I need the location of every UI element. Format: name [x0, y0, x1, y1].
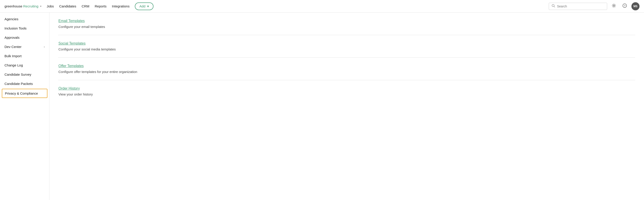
social-templates-link[interactable]: Social Templates — [58, 41, 86, 46]
sidebar-item-dev-center[interactable]: Dev Center › — [0, 42, 49, 51]
sidebar-item-approvals[interactable]: Approvals — [0, 33, 49, 42]
order-history-description: View your order history — [58, 92, 635, 96]
search-input[interactable] — [557, 5, 604, 8]
sidebar-item-label: Change Log — [4, 63, 23, 67]
nav-right: ? MS — [549, 2, 640, 10]
nav-integrations[interactable]: Integrations — [112, 4, 130, 8]
social-templates-description: Configure your social media templates — [58, 47, 635, 51]
sidebar-item-label: Approvals — [4, 36, 20, 39]
logo-greenhouse: greenhouse — [4, 4, 22, 8]
add-label: Add — [139, 4, 146, 8]
main-nav-links: Jobs Candidates CRM Reports Integrations — [47, 4, 130, 8]
search-bar[interactable] — [549, 3, 607, 10]
offer-templates-description: Configure offer templates for your entir… — [58, 70, 635, 74]
avatar-initials: MS — [634, 5, 638, 8]
sidebar-item-label: Candidate Packets — [4, 82, 33, 85]
settings-icon — [612, 3, 616, 9]
sidebar-item-agencies[interactable]: Agencies — [0, 15, 49, 24]
main-content: Email Templates Configure your email tem… — [50, 13, 644, 200]
email-templates-link[interactable]: Email Templates — [58, 19, 85, 23]
email-templates-description: Configure your email templates — [58, 25, 635, 29]
sidebar-item-change-log[interactable]: Change Log — [0, 61, 49, 70]
email-templates-section: Email Templates Configure your email tem… — [58, 13, 635, 35]
sidebar-item-bulk-import[interactable]: Bulk Import — [0, 51, 49, 61]
sidebar-item-label: Privacy & Compliance — [5, 91, 38, 95]
sidebar-item-label: Bulk Import — [4, 54, 22, 58]
sidebar-item-privacy-compliance[interactable]: Privacy & Compliance — [2, 89, 48, 98]
sidebar: Agencies Inclusion Tools Approvals Dev C… — [0, 13, 50, 200]
top-nav: greenhouse Recruiting ▾ Jobs Candidates … — [0, 0, 644, 13]
logo-chevron-icon: ▾ — [40, 5, 41, 8]
nav-candidates[interactable]: Candidates — [59, 4, 76, 8]
svg-point-2 — [613, 5, 614, 6]
settings-button[interactable] — [610, 2, 618, 10]
svg-line-1 — [554, 6, 555, 7]
user-avatar-button[interactable]: MS — [632, 2, 640, 10]
offer-templates-link[interactable]: Offer Templates — [58, 64, 84, 68]
search-icon — [552, 4, 555, 9]
add-chevron-icon: ▾ — [147, 4, 149, 8]
social-templates-section: Social Templates Configure your social m… — [58, 35, 635, 58]
add-button[interactable]: Add ▾ — [135, 3, 154, 10]
order-history-section: Order History View your order history — [58, 80, 635, 103]
sidebar-item-inclusion-tools[interactable]: Inclusion Tools — [0, 24, 49, 33]
logo[interactable]: greenhouse Recruiting ▾ — [4, 4, 41, 8]
nav-crm[interactable]: CRM — [82, 4, 89, 8]
order-history-link[interactable]: Order History — [58, 86, 80, 90]
sidebar-item-label: Dev Center — [4, 45, 22, 49]
logo-recruiting: Recruiting — [23, 4, 38, 8]
layout: Agencies Inclusion Tools Approvals Dev C… — [0, 13, 644, 200]
sidebar-item-label: Candidate Survey — [4, 72, 31, 76]
nav-jobs[interactable]: Jobs — [47, 4, 54, 8]
help-button[interactable]: ? — [621, 2, 629, 10]
sidebar-item-candidate-packets[interactable]: Candidate Packets — [0, 79, 49, 88]
chevron-right-icon: › — [44, 45, 45, 48]
nav-reports[interactable]: Reports — [95, 4, 107, 8]
offer-templates-section: Offer Templates Configure offer template… — [58, 58, 635, 80]
sidebar-item-candidate-survey[interactable]: Candidate Survey — [0, 70, 49, 79]
sidebar-item-label: Agencies — [4, 17, 18, 21]
svg-text:?: ? — [624, 5, 625, 7]
sidebar-item-label: Inclusion Tools — [4, 26, 26, 30]
help-icon: ? — [622, 3, 627, 9]
